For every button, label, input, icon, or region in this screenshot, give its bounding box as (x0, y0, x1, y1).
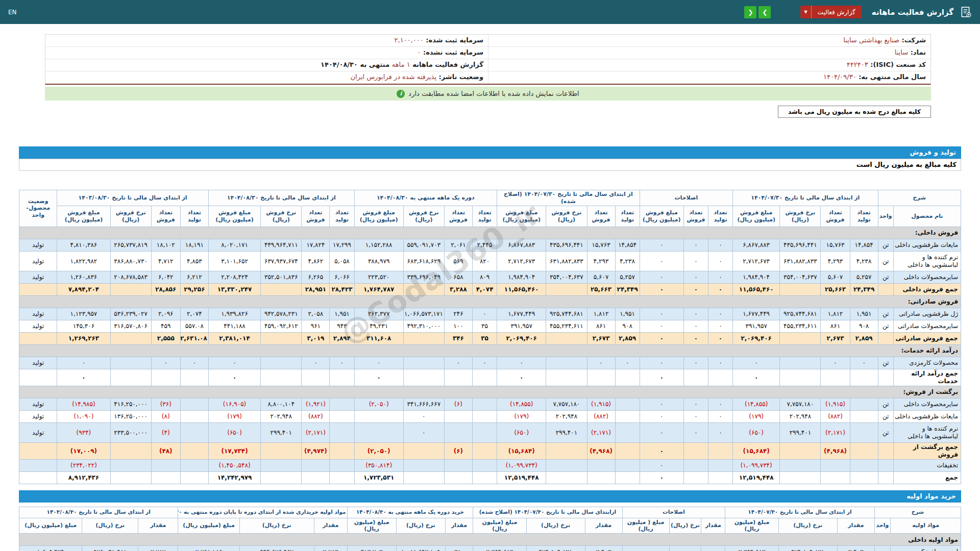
value-cell: ۰ (354, 369, 403, 386)
value-cell: ۰ (701, 546, 725, 551)
value-cell (615, 410, 640, 422)
value-cell (780, 369, 821, 386)
value-cell (354, 422, 403, 442)
value-cell: ۷,۸۹۴,۲۰۴ (57, 283, 110, 295)
value-cell: ۸,۹۱۲,۴۳۶ (57, 471, 110, 484)
column-header: مبلغ (میلیون ریال) (19, 518, 82, 534)
value-cell: ۱۱,۵۶۵,۴۶۰ (733, 283, 780, 295)
value-cell: (۶) (444, 398, 472, 410)
value-cell: ۲۲۳,۵۲۰ (354, 271, 403, 283)
value-cell: ۰ (640, 308, 683, 320)
value-cell: (۲,۰۵۰) (354, 398, 403, 410)
value-cell: ۲۴,۳۴۹ (615, 283, 640, 295)
value-cell: (۴) (151, 422, 180, 442)
value-cell: ۳۴۱,۶۶۶,۶۶۷ (403, 398, 444, 410)
value-cell: ۰ (683, 271, 708, 283)
value-cell: ۳۵۴,۰۰۴,۶۳۷ (780, 271, 821, 283)
value-cell: ۵۳۶,۲۳۹,۰۲۷ (110, 308, 151, 320)
value-cell: ۱۸,۱۰۲ (151, 239, 180, 251)
value-cell: ۰ (330, 357, 354, 369)
page-title: گزارش فعالیت ماهانه (872, 8, 953, 17)
value-cell: (۱۷,۰۰۹) (57, 442, 110, 459)
column-group-header: مواد اولیه خریداری شده از ابتدای دوره تا… (178, 507, 347, 518)
value-cell: ۰ (587, 357, 615, 369)
value-cell: ۹۷۹,۸۰۹,۸۲۱ (778, 546, 837, 551)
column-group-header: اصلاحات (640, 190, 732, 206)
value-cell (403, 369, 444, 386)
value-cell: ۱,۹۸۴,۹۰۴ (733, 271, 780, 283)
value-cell: ۸,۰۲۰,۱۷۱ (208, 239, 260, 251)
value-cell: ۲,۳۸۱,۰۱۴ (208, 332, 260, 344)
value-cell: ۰ (354, 357, 403, 369)
value-cell: ۵۵۹,۰۹۱,۷۰۳ (403, 239, 444, 251)
column-header: تعداد فروش (683, 206, 708, 227)
value-cell: ۶,۲۶۵ (302, 271, 330, 283)
value-cell: ۱۲,۵۱۹,۴۴۸ (497, 471, 546, 484)
column-header: نرخ (ریال) (396, 518, 445, 534)
nav-next-button[interactable]: ❯ (758, 6, 771, 18)
column-group-header: ازابتدای سال مالی تا تاریخ ۱۴۰۴/۰۷/۳۰ (ا… (473, 507, 623, 518)
value-cell: (۱۵,۶۸۴) (497, 442, 546, 459)
value-cell: ۲,۶۷۳ (821, 332, 850, 344)
value-cell: ۳۹۱,۹۵۷ (497, 320, 546, 332)
language-toggle[interactable]: EN (8, 9, 17, 16)
value-cell: ۳۴۶ (444, 332, 472, 344)
value-cell (403, 332, 444, 344)
value-cell: (۱,۴۵۰,۵۴۸) (208, 459, 260, 471)
value-cell: ۱۲,۵۱۹,۴۴۸ (733, 471, 780, 484)
table-row: محصولات کارمزدیتن۰۰۰۰۰۰۰۰۰۰۰۰۰۰۰۰۰۰تولید (19, 357, 961, 369)
value-cell (261, 369, 302, 386)
column-group-header: خرید دوره یک ماهه منتهی به ۱۴۰۴/۰۸/۳۰ (347, 507, 473, 518)
signature-match-alert: اطلاعات نمایش داده شده با اطلاعات امضا ش… (45, 87, 931, 101)
value-cell: ۳۵۴,۰۰۴,۶۳۷ (546, 271, 587, 283)
value-cell: ۰ (640, 251, 683, 271)
unit-cell (878, 283, 893, 295)
value-cell (708, 459, 732, 471)
section-row: مواد اولیه داخلی (19, 534, 961, 546)
column-header: نرخ فروش (ریال) (546, 206, 587, 227)
column-header: مبلغ (میلیون ریال) (178, 518, 239, 534)
value-cell: ۰ (640, 271, 683, 283)
amounts-note-box: کلیه مبالغ درج شده به میلیون ریال می باش… (778, 106, 931, 118)
value-cell (780, 332, 821, 344)
value-cell: ۲,۰۷۴ (180, 308, 208, 320)
value-cell (615, 459, 640, 471)
value-cell: ۳۵ (473, 332, 497, 344)
value-cell: ۱۰۰ (444, 320, 472, 332)
value-cell: (۴,۹۶۸) (587, 442, 615, 459)
unit-cell (878, 459, 893, 471)
value-cell: ۰ (208, 369, 260, 386)
value-cell: ۱۸,۱۹۱ (180, 239, 208, 251)
value-cell: ۲,۶۷۳ (587, 332, 615, 344)
value-cell: ۰ (708, 283, 732, 295)
value-cell: ۱۷,۸۲۴ (302, 239, 330, 251)
unit-cell: تن (874, 546, 890, 551)
value-cell: ۰ (708, 422, 732, 442)
nav-prev-button[interactable]: ❮ (744, 6, 756, 18)
column-group-header: از ابتدای سال مالی تا تاریخ ۱۴۰۳/۰۸/۳۰ (57, 190, 209, 206)
value-cell (403, 459, 444, 471)
info-label: سرمایه ثبت شده: (424, 36, 483, 44)
value-cell (180, 422, 208, 442)
value-cell (587, 369, 615, 386)
value-cell: (۸) (151, 410, 180, 422)
value-cell: ۴,۲۳۸ (615, 251, 640, 271)
value-cell (261, 442, 302, 459)
value-cell: ۰ (708, 398, 732, 410)
value-cell: ۰ (683, 422, 708, 442)
value-cell: ۰ (497, 357, 546, 369)
value-cell: ۲,۰۹۶ (151, 308, 180, 320)
value-cell: ۵۵۷.۰۸ (180, 320, 208, 332)
column-header: نرخ فروش (ریال) (261, 206, 302, 227)
value-cell: ۰ (683, 283, 708, 295)
activity-report-dropdown-button[interactable]: گزارش فعالیت ▼ (800, 6, 861, 18)
column-header: تعداد تولید (615, 206, 640, 227)
value-cell: ۰ (640, 410, 683, 422)
column-header: تعداد فروش (587, 206, 615, 227)
column-header: مبلغ (میلیون ریال) (347, 518, 396, 534)
value-cell: ۰ (708, 251, 732, 271)
value-cell (302, 471, 330, 484)
value-cell: ۹۰۸ (615, 320, 640, 332)
value-cell: ۰ (180, 357, 208, 369)
value-cell: ۰ (850, 357, 878, 369)
